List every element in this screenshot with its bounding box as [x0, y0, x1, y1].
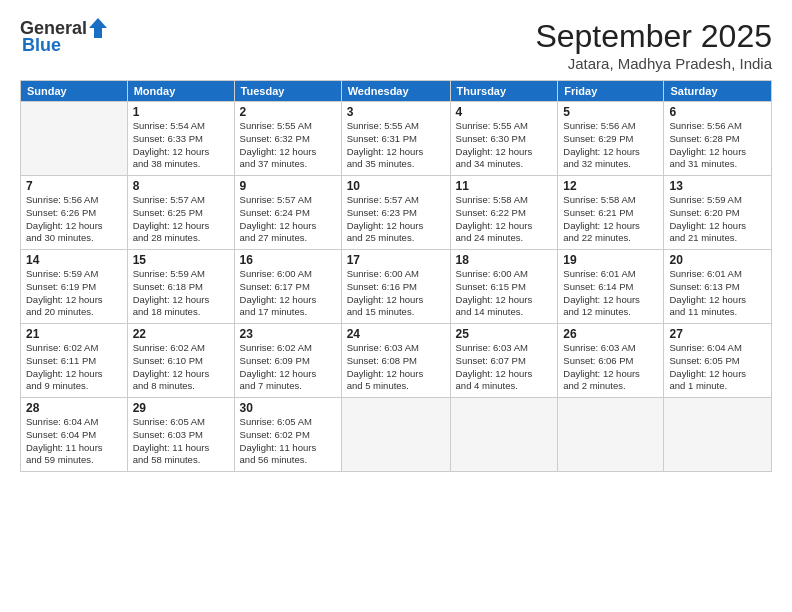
calendar-cell — [450, 398, 558, 472]
calendar-cell: 13Sunrise: 5:59 AMSunset: 6:20 PMDayligh… — [664, 176, 772, 250]
location: Jatara, Madhya Pradesh, India — [535, 55, 772, 72]
logo-blue-text: Blue — [22, 36, 61, 56]
day-number: 19 — [563, 253, 658, 267]
day-info: Sunrise: 5:56 AMSunset: 6:29 PMDaylight:… — [563, 120, 658, 171]
calendar-cell: 14Sunrise: 5:59 AMSunset: 6:19 PMDayligh… — [21, 250, 128, 324]
day-number: 24 — [347, 327, 445, 341]
day-number: 8 — [133, 179, 229, 193]
day-info: Sunrise: 6:04 AMSunset: 6:04 PMDaylight:… — [26, 416, 122, 467]
calendar-cell: 4Sunrise: 5:55 AMSunset: 6:30 PMDaylight… — [450, 102, 558, 176]
calendar-cell: 30Sunrise: 6:05 AMSunset: 6:02 PMDayligh… — [234, 398, 341, 472]
day-number: 16 — [240, 253, 336, 267]
day-number: 20 — [669, 253, 766, 267]
calendar-cell — [21, 102, 128, 176]
day-number: 28 — [26, 401, 122, 415]
calendar-cell: 7Sunrise: 5:56 AMSunset: 6:26 PMDaylight… — [21, 176, 128, 250]
calendar-cell: 22Sunrise: 6:02 AMSunset: 6:10 PMDayligh… — [127, 324, 234, 398]
calendar-week-row: 28Sunrise: 6:04 AMSunset: 6:04 PMDayligh… — [21, 398, 772, 472]
day-info: Sunrise: 5:54 AMSunset: 6:33 PMDaylight:… — [133, 120, 229, 171]
day-number: 17 — [347, 253, 445, 267]
day-number: 3 — [347, 105, 445, 119]
day-number: 12 — [563, 179, 658, 193]
day-info: Sunrise: 6:02 AMSunset: 6:09 PMDaylight:… — [240, 342, 336, 393]
logo-icon — [89, 18, 107, 38]
calendar-cell: 29Sunrise: 6:05 AMSunset: 6:03 PMDayligh… — [127, 398, 234, 472]
day-info: Sunrise: 6:00 AMSunset: 6:17 PMDaylight:… — [240, 268, 336, 319]
calendar-week-row: 7Sunrise: 5:56 AMSunset: 6:26 PMDaylight… — [21, 176, 772, 250]
day-info: Sunrise: 6:00 AMSunset: 6:15 PMDaylight:… — [456, 268, 553, 319]
day-info: Sunrise: 5:56 AMSunset: 6:28 PMDaylight:… — [669, 120, 766, 171]
day-number: 29 — [133, 401, 229, 415]
calendar-day-header: Tuesday — [234, 81, 341, 102]
calendar-cell: 10Sunrise: 5:57 AMSunset: 6:23 PMDayligh… — [341, 176, 450, 250]
calendar-day-header: Thursday — [450, 81, 558, 102]
day-info: Sunrise: 6:03 AMSunset: 6:06 PMDaylight:… — [563, 342, 658, 393]
calendar-cell: 3Sunrise: 5:55 AMSunset: 6:31 PMDaylight… — [341, 102, 450, 176]
calendar-day-header: Sunday — [21, 81, 128, 102]
day-number: 7 — [26, 179, 122, 193]
calendar-day-header: Saturday — [664, 81, 772, 102]
calendar-day-header: Wednesday — [341, 81, 450, 102]
calendar-cell: 18Sunrise: 6:00 AMSunset: 6:15 PMDayligh… — [450, 250, 558, 324]
day-info: Sunrise: 6:01 AMSunset: 6:13 PMDaylight:… — [669, 268, 766, 319]
day-info: Sunrise: 6:05 AMSunset: 6:02 PMDaylight:… — [240, 416, 336, 467]
day-number: 26 — [563, 327, 658, 341]
day-number: 2 — [240, 105, 336, 119]
calendar-cell: 25Sunrise: 6:03 AMSunset: 6:07 PMDayligh… — [450, 324, 558, 398]
day-info: Sunrise: 6:03 AMSunset: 6:07 PMDaylight:… — [456, 342, 553, 393]
calendar-cell: 28Sunrise: 6:04 AMSunset: 6:04 PMDayligh… — [21, 398, 128, 472]
day-number: 14 — [26, 253, 122, 267]
day-info: Sunrise: 6:05 AMSunset: 6:03 PMDaylight:… — [133, 416, 229, 467]
day-info: Sunrise: 5:57 AMSunset: 6:23 PMDaylight:… — [347, 194, 445, 245]
calendar-cell: 11Sunrise: 5:58 AMSunset: 6:22 PMDayligh… — [450, 176, 558, 250]
day-info: Sunrise: 5:59 AMSunset: 6:19 PMDaylight:… — [26, 268, 122, 319]
calendar-cell: 21Sunrise: 6:02 AMSunset: 6:11 PMDayligh… — [21, 324, 128, 398]
calendar-cell: 15Sunrise: 5:59 AMSunset: 6:18 PMDayligh… — [127, 250, 234, 324]
day-number: 1 — [133, 105, 229, 119]
day-number: 23 — [240, 327, 336, 341]
day-info: Sunrise: 5:55 AMSunset: 6:30 PMDaylight:… — [456, 120, 553, 171]
day-info: Sunrise: 6:03 AMSunset: 6:08 PMDaylight:… — [347, 342, 445, 393]
logo: General Blue — [20, 18, 107, 56]
day-number: 4 — [456, 105, 553, 119]
title-section: September 2025 Jatara, Madhya Pradesh, I… — [535, 18, 772, 72]
calendar-cell: 24Sunrise: 6:03 AMSunset: 6:08 PMDayligh… — [341, 324, 450, 398]
day-info: Sunrise: 6:02 AMSunset: 6:10 PMDaylight:… — [133, 342, 229, 393]
page: General Blue September 2025 Jatara, Madh… — [0, 0, 792, 612]
day-info: Sunrise: 6:04 AMSunset: 6:05 PMDaylight:… — [669, 342, 766, 393]
calendar-cell: 2Sunrise: 5:55 AMSunset: 6:32 PMDaylight… — [234, 102, 341, 176]
calendar-cell — [341, 398, 450, 472]
calendar-day-header: Friday — [558, 81, 664, 102]
calendar-cell: 16Sunrise: 6:00 AMSunset: 6:17 PMDayligh… — [234, 250, 341, 324]
day-info: Sunrise: 5:56 AMSunset: 6:26 PMDaylight:… — [26, 194, 122, 245]
calendar-cell: 17Sunrise: 6:00 AMSunset: 6:16 PMDayligh… — [341, 250, 450, 324]
calendar-header-row: SundayMondayTuesdayWednesdayThursdayFrid… — [21, 81, 772, 102]
calendar-cell: 9Sunrise: 5:57 AMSunset: 6:24 PMDaylight… — [234, 176, 341, 250]
calendar-cell: 20Sunrise: 6:01 AMSunset: 6:13 PMDayligh… — [664, 250, 772, 324]
calendar-week-row: 14Sunrise: 5:59 AMSunset: 6:19 PMDayligh… — [21, 250, 772, 324]
calendar-cell: 8Sunrise: 5:57 AMSunset: 6:25 PMDaylight… — [127, 176, 234, 250]
day-info: Sunrise: 5:58 AMSunset: 6:21 PMDaylight:… — [563, 194, 658, 245]
calendar-cell: 6Sunrise: 5:56 AMSunset: 6:28 PMDaylight… — [664, 102, 772, 176]
day-number: 11 — [456, 179, 553, 193]
day-number: 21 — [26, 327, 122, 341]
day-number: 22 — [133, 327, 229, 341]
day-number: 10 — [347, 179, 445, 193]
calendar-week-row: 21Sunrise: 6:02 AMSunset: 6:11 PMDayligh… — [21, 324, 772, 398]
day-number: 18 — [456, 253, 553, 267]
day-info: Sunrise: 6:00 AMSunset: 6:16 PMDaylight:… — [347, 268, 445, 319]
calendar-cell: 27Sunrise: 6:04 AMSunset: 6:05 PMDayligh… — [664, 324, 772, 398]
day-number: 9 — [240, 179, 336, 193]
calendar-cell: 19Sunrise: 6:01 AMSunset: 6:14 PMDayligh… — [558, 250, 664, 324]
calendar-cell: 12Sunrise: 5:58 AMSunset: 6:21 PMDayligh… — [558, 176, 664, 250]
day-number: 15 — [133, 253, 229, 267]
calendar-cell: 1Sunrise: 5:54 AMSunset: 6:33 PMDaylight… — [127, 102, 234, 176]
day-info: Sunrise: 5:57 AMSunset: 6:25 PMDaylight:… — [133, 194, 229, 245]
month-title: September 2025 — [535, 18, 772, 55]
calendar-week-row: 1Sunrise: 5:54 AMSunset: 6:33 PMDaylight… — [21, 102, 772, 176]
calendar-cell: 26Sunrise: 6:03 AMSunset: 6:06 PMDayligh… — [558, 324, 664, 398]
day-number: 30 — [240, 401, 336, 415]
svg-marker-0 — [89, 18, 107, 38]
calendar-table: SundayMondayTuesdayWednesdayThursdayFrid… — [20, 80, 772, 472]
day-info: Sunrise: 5:55 AMSunset: 6:32 PMDaylight:… — [240, 120, 336, 171]
